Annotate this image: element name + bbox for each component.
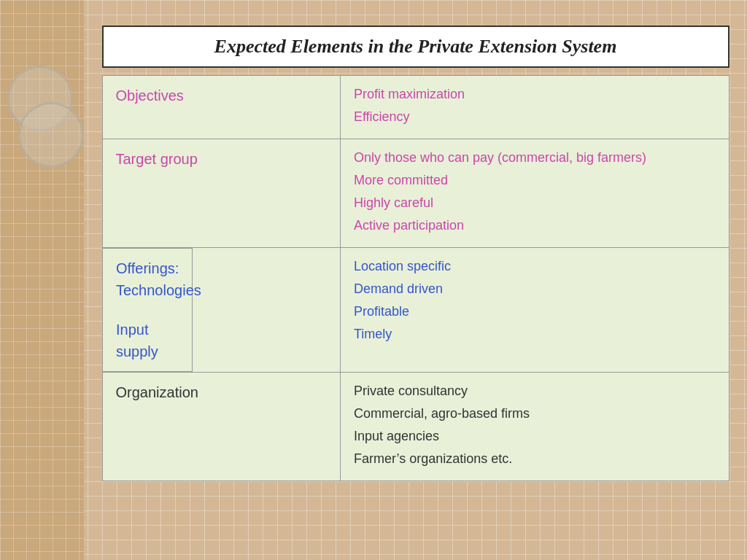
main-table: Objectives Profit maximization Efficienc… [102,75,729,481]
value-cell-target-group: Only those who can pay (commercial, big … [340,139,729,248]
organization-label: Organization [116,384,198,400]
value-cell-offerings: Location specific Demand driven Profitab… [340,248,729,373]
value-cell-objectives: Profit maximization Efficiency [340,76,729,139]
left-strip [0,0,84,560]
label-cell-objectives: Objectives [102,76,340,139]
value-active-participation: Active participation [354,216,716,236]
value-more-committed: More committed [354,171,716,190]
table-row: Target group Only those who can pay (com… [102,139,729,248]
value-profitable: Profitable [354,302,716,322]
value-input-agencies: Input agencies [354,427,716,446]
value-timely: Timely [354,324,716,344]
main-container: Expected Elements in the Private Extensi… [88,15,744,492]
value-profit-maximization: Profit maximization [354,85,716,104]
decorative-circles [0,58,80,204]
table-row: Offerings: Technologies Input supply Loc… [102,248,729,373]
value-farmer-organizations: Farmer’s organizations etc. [354,449,716,469]
value-only-those: Only those who can pay (commercial, big … [354,148,716,168]
table-row: Objectives Profit maximization Efficienc… [102,76,729,139]
value-private-consultancy: Private consultancy [354,381,716,401]
value-cell-organization: Private consultancy Commercial, agro-bas… [340,373,729,481]
value-demand-driven: Demand driven [354,279,716,299]
label-cell-organization: Organization [102,373,340,481]
objectives-label: Objectives [116,88,184,104]
page-title: Expected Elements in the Private Extensi… [102,26,729,68]
offerings-label: Offerings: Technologies [116,257,179,301]
target-group-label: Target group [116,151,198,167]
value-efficiency: Efficiency [354,107,716,127]
value-highly-careful: Highly careful [354,193,716,213]
circle-2 [18,102,84,168]
input-supply-label: Input supply [116,319,179,362]
value-location-specific: Location specific [354,257,716,276]
label-cell-offerings: Offerings: Technologies Input supply [102,248,193,372]
label-cell-target-group: Target group [102,139,340,248]
table-row: Organization Private consultancy Commerc… [102,373,729,481]
value-commercial-firms: Commercial, agro-based firms [354,404,716,424]
